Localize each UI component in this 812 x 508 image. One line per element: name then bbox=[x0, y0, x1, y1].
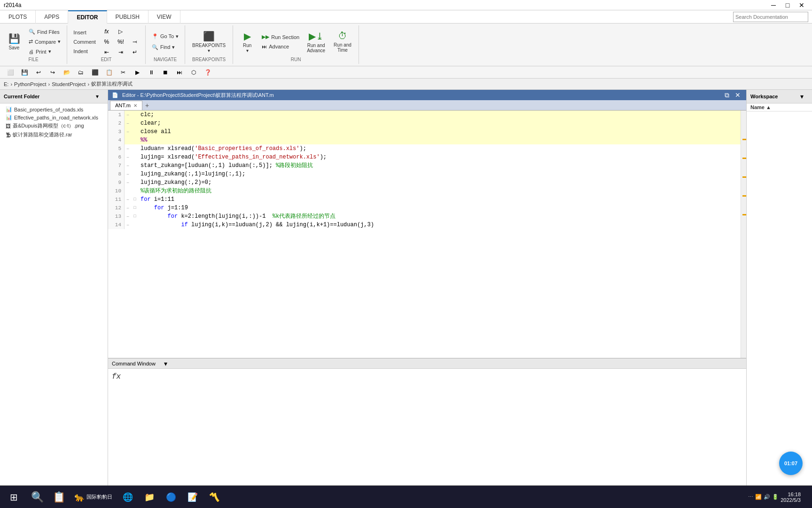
ln-5: 5 bbox=[108, 144, 125, 153]
toolbar-icon-6[interactable]: 🗂 bbox=[74, 68, 87, 77]
save-button[interactable]: 💾 Save bbox=[4, 28, 24, 56]
search-doc-area bbox=[729, 10, 812, 23]
close-button[interactable]: ✕ bbox=[795, 0, 808, 10]
toolbar-icon-11[interactable]: ⏸ bbox=[145, 68, 158, 77]
sidebar-menu-icon[interactable]: ▾ bbox=[91, 92, 104, 101]
taskbar-app-files[interactable]: 📁 bbox=[140, 487, 159, 507]
tab-publish[interactable]: PUBLISH bbox=[107, 10, 148, 24]
tab-view[interactable]: VIEW bbox=[148, 10, 180, 24]
breadcrumb-item-1[interactable]: PythonProject bbox=[14, 81, 46, 87]
indent-button[interactable]: Indent bbox=[71, 47, 98, 56]
compare-button[interactable]: ⇄ Compare ▾ bbox=[26, 37, 63, 46]
toolbar-icon-7[interactable]: ⬛ bbox=[88, 68, 102, 77]
run-time-button[interactable]: ⏱ Run and Time bbox=[330, 28, 355, 56]
comment-button[interactable]: Comment bbox=[71, 38, 98, 46]
lc-14: if lujing(i,k)==luduan(j,2) && lujing(i,… bbox=[139, 221, 741, 229]
file-icon-2: 🖼 bbox=[6, 123, 11, 129]
edit-icon7[interactable]: ↵ bbox=[128, 48, 141, 57]
toolbar-icon-5[interactable]: 📂 bbox=[60, 68, 73, 77]
run-button[interactable]: ▶ Run ▾ bbox=[237, 28, 258, 56]
tab-apps[interactable]: APPS bbox=[36, 10, 68, 24]
tray-sound[interactable]: 🔊 bbox=[764, 494, 770, 500]
run-advance-button[interactable]: ▶⤓ Run and Advance bbox=[304, 28, 328, 56]
ribbon-group-breakpoints: ⬛ BREAKPOINTS ▾ BREAKPOINTS bbox=[185, 25, 233, 64]
ld-14: – bbox=[125, 221, 131, 229]
sidebar-item-1[interactable]: 📊 Effective_paths_in_road_network.xls bbox=[0, 113, 108, 121]
tab-close-icon[interactable]: ✕ bbox=[133, 103, 137, 108]
new-tab-button[interactable]: + bbox=[142, 101, 152, 110]
toolbar-icon-8[interactable]: 📋 bbox=[102, 68, 116, 77]
toolbar-icon-15[interactable]: ❓ bbox=[201, 68, 214, 77]
edit-icon5[interactable]: ⇤ bbox=[100, 48, 113, 57]
toolbar-icon-9[interactable]: ✂ bbox=[117, 68, 130, 77]
fx-button[interactable]: fx bbox=[100, 27, 113, 36]
toolbar-icon-13[interactable]: ⏭ bbox=[173, 68, 186, 77]
edit-icon4[interactable]: ⤙ bbox=[128, 37, 141, 47]
tab-plots[interactable]: PLOTS bbox=[0, 10, 36, 24]
find-button[interactable]: 🔍 Find ▾ bbox=[149, 43, 181, 52]
tray-network[interactable]: 📶 bbox=[755, 494, 762, 500]
tray-arrow[interactable]: ⋯ bbox=[748, 494, 753, 500]
edit-icon6[interactable]: ⇥ bbox=[114, 48, 127, 57]
toolbar-icon-12[interactable]: ⏹ bbox=[159, 68, 172, 77]
minimize-button[interactable]: ─ bbox=[767, 0, 780, 10]
ribbon-group-edit: Insert Comment Indent fx ▷ bbox=[67, 25, 146, 64]
breadcrumb-item-0[interactable]: E: bbox=[4, 81, 8, 87]
sidebar-item-3[interactable]: 🗜 蚁计算路阻和交通路径.rar bbox=[0, 130, 108, 139]
breakpoints-button[interactable]: ⬛ BREAKPOINTS ▾ bbox=[189, 28, 229, 56]
clock-bubble[interactable]: 01:07 bbox=[779, 452, 803, 475]
edit-icon3[interactable]: %! bbox=[114, 37, 127, 47]
taskbar-item-search[interactable]: 🔍 bbox=[27, 487, 47, 507]
breadcrumb-item-2[interactable]: StudentProject bbox=[52, 81, 86, 87]
insert-button[interactable]: Insert bbox=[71, 28, 98, 37]
window-controls: ─ □ ✕ bbox=[767, 0, 808, 10]
taskbar-app-sougou[interactable]: 🔵 bbox=[161, 487, 181, 507]
goto-button[interactable]: 📍 Go To ▾ bbox=[149, 32, 181, 41]
toolbar-icon-3[interactable]: ↩ bbox=[32, 68, 45, 77]
editor-tab-ant[interactable]: ANT.m ✕ bbox=[110, 101, 142, 110]
taskbar-item-task[interactable]: 📋 bbox=[49, 487, 69, 507]
toolbar-icon-2[interactable]: 💾 bbox=[18, 68, 31, 77]
file-name-2: 聂&Dupuis路网模型（c·t）.png bbox=[13, 122, 84, 129]
tab-editor[interactable]: EDITOR bbox=[68, 10, 107, 24]
breadcrumb-item-3[interactable]: 蚁群算法程序调试 bbox=[91, 80, 133, 87]
search-doc-input[interactable] bbox=[733, 12, 808, 22]
taskbar-app-matlab[interactable]: 〽️ bbox=[204, 487, 224, 507]
toolbar-icon-4[interactable]: ↪ bbox=[46, 68, 59, 77]
toolbar-icon-10[interactable]: ▶ bbox=[131, 68, 144, 77]
lc-12: for j=1:19 bbox=[139, 204, 741, 212]
edit-icon2[interactable]: % bbox=[100, 37, 113, 47]
ln-9: 9 bbox=[108, 178, 125, 187]
code-lines[interactable]: 1 – clc; 2 – clear; 3 – bbox=[108, 111, 746, 358]
ribbon-group-navigate: 📍 Go To ▾ 🔍 Find ▾ NAVIGATE bbox=[146, 25, 185, 64]
editor-title-controls: ⧉ ✕ bbox=[723, 91, 742, 99]
editor-undock-btn[interactable]: ⧉ bbox=[723, 91, 731, 99]
lf-6 bbox=[131, 153, 139, 161]
start-button[interactable]: ⊞ bbox=[4, 487, 23, 507]
taskbar-app-word[interactable]: 📝 bbox=[183, 487, 203, 507]
taskbar-app-firefox[interactable]: 🌐 bbox=[118, 487, 138, 507]
file-icon-0: 📊 bbox=[6, 106, 12, 112]
toolbar-icon-1[interactable]: ⬜ bbox=[4, 68, 17, 77]
code-scrollbar[interactable] bbox=[741, 111, 746, 358]
find-files-button[interactable]: 🔍 Find Files bbox=[26, 27, 63, 36]
taskbar-time[interactable]: 16:18 2022/5/3 bbox=[781, 492, 804, 503]
sidebar-item-2[interactable]: 🖼 聂&Dupuis路网模型（c·t）.png bbox=[0, 121, 108, 130]
run-dropdown-icon: ▾ bbox=[246, 48, 249, 53]
lc-2: clear; bbox=[139, 119, 741, 127]
editor-close-btn[interactable]: ✕ bbox=[733, 91, 742, 99]
command-menu-icon[interactable]: ▾ bbox=[159, 359, 172, 368]
maximize-button[interactable]: □ bbox=[781, 0, 794, 10]
print-button[interactable]: 🖨 Print ▾ bbox=[26, 47, 63, 56]
run-section-button[interactable]: ▶▶ Run Section bbox=[259, 32, 302, 41]
sidebar-item-0[interactable]: 📊 Basic_properties_of_roads.xls bbox=[0, 105, 108, 113]
workspace-menu-icon[interactable]: ▾ bbox=[795, 92, 808, 101]
ld-9: – bbox=[125, 178, 131, 187]
code-line-12: 12 – □ for j=1:19 bbox=[108, 204, 741, 212]
tray-battery[interactable]: 🔋 bbox=[772, 494, 779, 500]
scroll-mark-5 bbox=[742, 214, 746, 215]
sidebar: Current Folder ▾ 📊 Basic_properties_of_r… bbox=[0, 90, 108, 508]
advance-button[interactable]: ⏭ Advance bbox=[259, 42, 302, 51]
edit-icon1[interactable]: ▷ bbox=[114, 27, 127, 36]
toolbar-icon-14[interactable]: ⬡ bbox=[187, 68, 200, 77]
